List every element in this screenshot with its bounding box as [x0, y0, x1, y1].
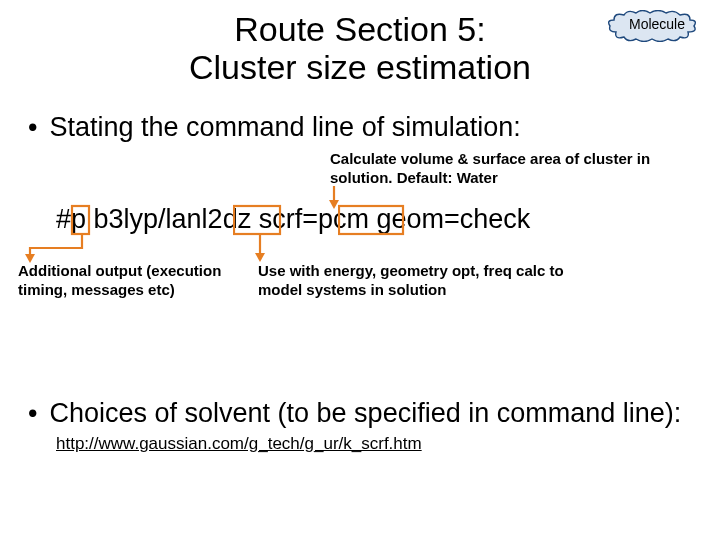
command-line: #p b3lyp/lanl2dz scrf=pcm geom=check: [56, 204, 530, 235]
annotation-use-with-energy: Use with energy, geometry opt, freq calc…: [258, 262, 578, 300]
arrow-scrf-to-solution: [250, 234, 280, 264]
svg-marker-5: [255, 253, 265, 262]
bullet1-text: Stating the command line of simulation:: [49, 112, 520, 142]
solvent-link[interactable]: http://www.gaussian.com/g_tech/g_ur/k_sc…: [56, 434, 422, 454]
title-line-1: Route Section 5:: [234, 10, 485, 48]
annotation-additional-output: Additional output (execution timing, mes…: [18, 262, 248, 300]
title-line-2: Cluster size estimation: [189, 48, 531, 86]
bullet-choices-solvent: •Choices of solvent (to be specified in …: [28, 398, 681, 429]
bullet-dot-icon: •: [28, 112, 37, 142]
arrow-p-to-output: [20, 234, 100, 264]
bullet2-text: Choices of solvent (to be specified in c…: [49, 398, 681, 428]
bullet-stating-command: •Stating the command line of simulation:: [28, 112, 521, 143]
bullet-dot-icon: •: [28, 398, 37, 428]
annotation-volume-surface: Calculate volume & surface area of clust…: [330, 150, 660, 188]
cloud-label: Molecule: [629, 16, 685, 32]
slide: Route Section 5: Cluster size estimation…: [0, 0, 720, 540]
